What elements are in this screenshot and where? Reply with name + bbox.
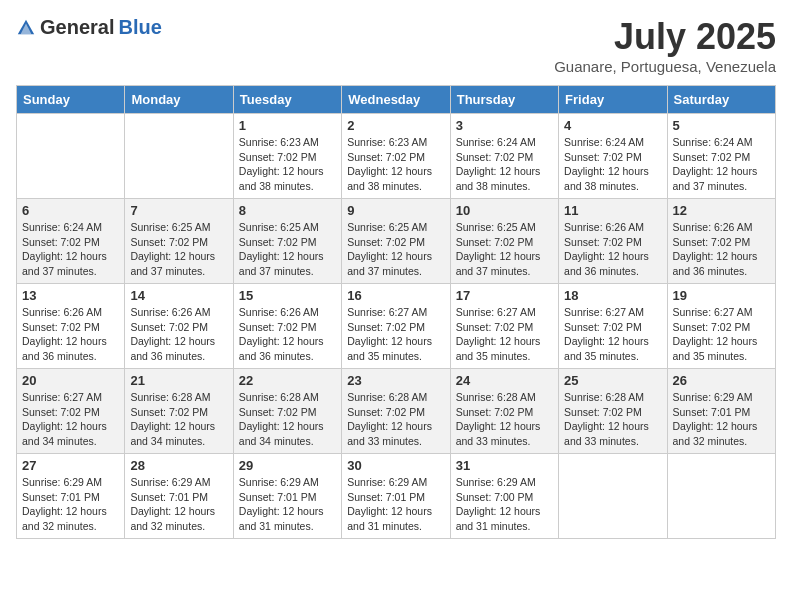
header-monday: Monday [125,86,233,114]
calendar-cell: 1Sunrise: 6:23 AMSunset: 7:02 PMDaylight… [233,114,341,199]
day-number: 17 [456,288,553,303]
calendar-cell: 27Sunrise: 6:29 AMSunset: 7:01 PMDayligh… [17,454,125,539]
calendar-cell: 24Sunrise: 6:28 AMSunset: 7:02 PMDayligh… [450,369,558,454]
calendar-cell [667,454,775,539]
day-number: 15 [239,288,336,303]
calendar-cell: 31Sunrise: 6:29 AMSunset: 7:00 PMDayligh… [450,454,558,539]
day-info: Sunrise: 6:28 AMSunset: 7:02 PMDaylight:… [347,390,444,449]
day-info: Sunrise: 6:29 AMSunset: 7:01 PMDaylight:… [130,475,227,534]
day-number: 12 [673,203,770,218]
calendar-cell: 10Sunrise: 6:25 AMSunset: 7:02 PMDayligh… [450,199,558,284]
day-number: 18 [564,288,661,303]
logo-general: General [40,16,114,39]
day-number: 28 [130,458,227,473]
calendar-cell: 8Sunrise: 6:25 AMSunset: 7:02 PMDaylight… [233,199,341,284]
day-info: Sunrise: 6:28 AMSunset: 7:02 PMDaylight:… [239,390,336,449]
day-info: Sunrise: 6:25 AMSunset: 7:02 PMDaylight:… [239,220,336,279]
calendar-cell: 22Sunrise: 6:28 AMSunset: 7:02 PMDayligh… [233,369,341,454]
page-header: GeneralBlue July 2025 Guanare, Portugues… [16,16,776,75]
day-info: Sunrise: 6:28 AMSunset: 7:02 PMDaylight:… [564,390,661,449]
day-number: 4 [564,118,661,133]
day-info: Sunrise: 6:26 AMSunset: 7:02 PMDaylight:… [130,305,227,364]
day-number: 7 [130,203,227,218]
day-info: Sunrise: 6:26 AMSunset: 7:02 PMDaylight:… [22,305,119,364]
calendar-cell: 3Sunrise: 6:24 AMSunset: 7:02 PMDaylight… [450,114,558,199]
day-info: Sunrise: 6:25 AMSunset: 7:02 PMDaylight:… [456,220,553,279]
calendar-cell: 15Sunrise: 6:26 AMSunset: 7:02 PMDayligh… [233,284,341,369]
month-title: July 2025 [554,16,776,58]
day-info: Sunrise: 6:24 AMSunset: 7:02 PMDaylight:… [564,135,661,194]
calendar-cell: 5Sunrise: 6:24 AMSunset: 7:02 PMDaylight… [667,114,775,199]
calendar-cell: 13Sunrise: 6:26 AMSunset: 7:02 PMDayligh… [17,284,125,369]
day-info: Sunrise: 6:24 AMSunset: 7:02 PMDaylight:… [673,135,770,194]
day-info: Sunrise: 6:26 AMSunset: 7:02 PMDaylight:… [673,220,770,279]
calendar-cell: 7Sunrise: 6:25 AMSunset: 7:02 PMDaylight… [125,199,233,284]
day-info: Sunrise: 6:27 AMSunset: 7:02 PMDaylight:… [673,305,770,364]
calendar-header-row: SundayMondayTuesdayWednesdayThursdayFrid… [17,86,776,114]
day-number: 1 [239,118,336,133]
calendar-cell: 21Sunrise: 6:28 AMSunset: 7:02 PMDayligh… [125,369,233,454]
day-info: Sunrise: 6:27 AMSunset: 7:02 PMDaylight:… [22,390,119,449]
calendar-cell: 18Sunrise: 6:27 AMSunset: 7:02 PMDayligh… [559,284,667,369]
day-number: 14 [130,288,227,303]
day-info: Sunrise: 6:29 AMSunset: 7:01 PMDaylight:… [673,390,770,449]
calendar-cell: 17Sunrise: 6:27 AMSunset: 7:02 PMDayligh… [450,284,558,369]
header-sunday: Sunday [17,86,125,114]
calendar-cell: 26Sunrise: 6:29 AMSunset: 7:01 PMDayligh… [667,369,775,454]
day-number: 29 [239,458,336,473]
header-wednesday: Wednesday [342,86,450,114]
day-info: Sunrise: 6:27 AMSunset: 7:02 PMDaylight:… [564,305,661,364]
location-title: Guanare, Portuguesa, Venezuela [554,58,776,75]
day-number: 26 [673,373,770,388]
calendar-cell: 28Sunrise: 6:29 AMSunset: 7:01 PMDayligh… [125,454,233,539]
day-number: 8 [239,203,336,218]
day-info: Sunrise: 6:24 AMSunset: 7:02 PMDaylight:… [22,220,119,279]
day-number: 6 [22,203,119,218]
day-number: 25 [564,373,661,388]
calendar-week-row: 6Sunrise: 6:24 AMSunset: 7:02 PMDaylight… [17,199,776,284]
day-number: 13 [22,288,119,303]
day-number: 11 [564,203,661,218]
day-number: 30 [347,458,444,473]
calendar-cell: 25Sunrise: 6:28 AMSunset: 7:02 PMDayligh… [559,369,667,454]
header-thursday: Thursday [450,86,558,114]
calendar-cell: 9Sunrise: 6:25 AMSunset: 7:02 PMDaylight… [342,199,450,284]
calendar-cell: 14Sunrise: 6:26 AMSunset: 7:02 PMDayligh… [125,284,233,369]
logo-icon [16,18,36,38]
calendar-week-row: 13Sunrise: 6:26 AMSunset: 7:02 PMDayligh… [17,284,776,369]
calendar-cell: 19Sunrise: 6:27 AMSunset: 7:02 PMDayligh… [667,284,775,369]
title-block: July 2025 Guanare, Portuguesa, Venezuela [554,16,776,75]
day-number: 20 [22,373,119,388]
day-info: Sunrise: 6:25 AMSunset: 7:02 PMDaylight:… [130,220,227,279]
logo: GeneralBlue [16,16,162,39]
header-tuesday: Tuesday [233,86,341,114]
calendar-cell [17,114,125,199]
day-info: Sunrise: 6:29 AMSunset: 7:01 PMDaylight:… [22,475,119,534]
day-number: 5 [673,118,770,133]
day-info: Sunrise: 6:25 AMSunset: 7:02 PMDaylight:… [347,220,444,279]
calendar-cell: 23Sunrise: 6:28 AMSunset: 7:02 PMDayligh… [342,369,450,454]
calendar-cell: 11Sunrise: 6:26 AMSunset: 7:02 PMDayligh… [559,199,667,284]
day-info: Sunrise: 6:28 AMSunset: 7:02 PMDaylight:… [130,390,227,449]
day-number: 10 [456,203,553,218]
day-number: 19 [673,288,770,303]
header-friday: Friday [559,86,667,114]
calendar-week-row: 20Sunrise: 6:27 AMSunset: 7:02 PMDayligh… [17,369,776,454]
calendar-cell: 6Sunrise: 6:24 AMSunset: 7:02 PMDaylight… [17,199,125,284]
calendar-table: SundayMondayTuesdayWednesdayThursdayFrid… [16,85,776,539]
calendar-cell: 30Sunrise: 6:29 AMSunset: 7:01 PMDayligh… [342,454,450,539]
day-number: 2 [347,118,444,133]
day-info: Sunrise: 6:26 AMSunset: 7:02 PMDaylight:… [239,305,336,364]
calendar-cell: 16Sunrise: 6:27 AMSunset: 7:02 PMDayligh… [342,284,450,369]
day-number: 16 [347,288,444,303]
calendar-cell: 20Sunrise: 6:27 AMSunset: 7:02 PMDayligh… [17,369,125,454]
day-info: Sunrise: 6:26 AMSunset: 7:02 PMDaylight:… [564,220,661,279]
day-number: 31 [456,458,553,473]
calendar-cell [125,114,233,199]
day-number: 9 [347,203,444,218]
day-number: 24 [456,373,553,388]
day-info: Sunrise: 6:27 AMSunset: 7:02 PMDaylight:… [456,305,553,364]
calendar-week-row: 27Sunrise: 6:29 AMSunset: 7:01 PMDayligh… [17,454,776,539]
day-number: 22 [239,373,336,388]
day-number: 27 [22,458,119,473]
